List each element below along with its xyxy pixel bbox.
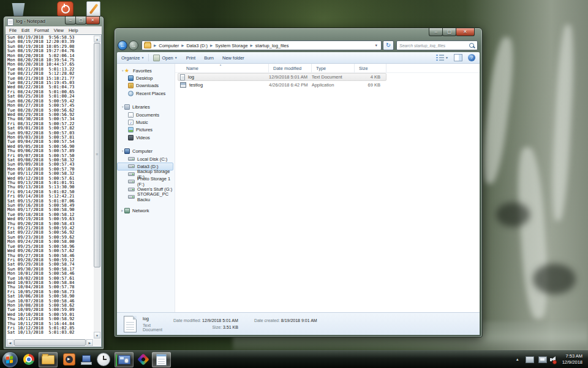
sidebar-section-network[interactable]: ▶Network xyxy=(117,207,175,214)
menu-item-format[interactable]: Format xyxy=(32,28,51,33)
taskbar-explorer-button[interactable] xyxy=(39,352,58,367)
devices-icon[interactable] xyxy=(81,355,91,364)
taskbar-notepad-button[interactable] xyxy=(152,352,171,367)
sidebar-section-label: Network xyxy=(132,208,149,213)
log-line: Sat 10/13/2018 5:01:03.02 xyxy=(7,331,93,335)
refresh-button[interactable]: ↻ xyxy=(383,40,394,50)
scroll-thumb[interactable] xyxy=(14,339,86,346)
column-header-date-modified[interactable]: Date modified xyxy=(269,64,312,72)
file-name: log xyxy=(188,74,194,80)
breadcrumb-separator-icon: ▶ xyxy=(209,44,214,47)
notepad-vertical-scrollbar[interactable]: ▲ ▼ xyxy=(94,36,100,339)
scroll-down-arrow[interactable]: ▼ xyxy=(94,332,100,339)
scroll-up-arrow[interactable]: ▲ xyxy=(94,36,100,42)
tray-network-icon[interactable] xyxy=(538,356,547,363)
burn-button[interactable]: Burn xyxy=(204,55,214,61)
notepad-text[interactable]: Sun 08/19/2018 9:56:58.53Sun 08/19/2018 … xyxy=(7,36,93,339)
sidebar-item-pictures[interactable]: Pictures xyxy=(117,126,173,134)
tray-volume-icon[interactable] xyxy=(551,356,556,362)
sidebar-item-storage-pc-backu[interactable]: STORAGE_PC Backu xyxy=(117,193,173,201)
breadcrumb-segment[interactable]: Data3 (D:) xyxy=(185,43,209,48)
address-dropdown-icon[interactable]: ▼ xyxy=(375,44,379,47)
size-value: 3.51 KB xyxy=(223,325,238,329)
breadcrumb-segment[interactable]: startup_log_files xyxy=(254,43,290,48)
tray-device-icon[interactable] xyxy=(526,356,534,363)
breadcrumb-segment[interactable]: System Storage xyxy=(214,43,249,48)
menu-item-file[interactable]: File xyxy=(7,28,19,33)
sidebar-section-computer[interactable]: ▼Computer xyxy=(117,148,175,155)
sidebar-item-label: Pictures xyxy=(136,127,153,132)
back-button[interactable]: ← xyxy=(118,40,127,50)
open-button[interactable]: Open▼ xyxy=(153,55,177,61)
sidebar-item-documents[interactable]: Documents xyxy=(117,111,173,118)
library-icon xyxy=(124,104,130,110)
sidebar-section-favorites[interactable]: ▼★Favorites xyxy=(117,67,175,74)
show-hidden-icons-button[interactable]: ▲ xyxy=(514,356,521,363)
menu-item-view[interactable]: View xyxy=(51,28,66,33)
sidebar-item-label: STORAGE_PC Backu xyxy=(137,191,173,202)
explorer-close-button[interactable]: ✕ xyxy=(456,28,475,36)
sidebar-item-local-disk-c-[interactable]: Local Disk (C:) xyxy=(117,155,173,163)
sidebar-item-label: Local Disk (C:) xyxy=(137,156,167,162)
sidebar-section-label: Favorites xyxy=(133,68,152,74)
notepad-horizontal-scrollbar[interactable]: ◀ ▶ xyxy=(7,339,93,346)
column-header-type[interactable]: Type xyxy=(312,64,355,72)
sidebar-item-music[interactable]: ♪Music xyxy=(117,118,173,126)
search-placeholder: Search startup_log_files xyxy=(399,44,469,48)
breadcrumb-separator-icon: ▶ xyxy=(180,44,185,47)
color-app-icon[interactable] xyxy=(137,353,149,366)
sidebar-section-libraries[interactable]: ▼Libraries xyxy=(117,104,175,111)
media-player-icon[interactable] xyxy=(63,353,75,366)
date-created-label: Date created: xyxy=(254,318,280,323)
address-bar[interactable]: ▶Computer▶Data3 (D:)▶System Storage▶star… xyxy=(141,40,382,50)
file-row[interactable]: testlog4/26/2018 6:42 PMApplication69 KB xyxy=(178,81,386,89)
notepad-titlebar[interactable]: log - Notepad – ▢ ✕ xyxy=(4,17,104,26)
sidebar-item-recent-places[interactable]: Recent Places xyxy=(117,90,173,97)
file-name: testlog xyxy=(189,82,203,88)
text-document-icon xyxy=(180,74,185,80)
sidebar-item-downloads[interactable]: Downloads xyxy=(117,82,173,90)
breadcrumb-separator-icon: ▶ xyxy=(249,44,254,47)
notepad-maximize-button[interactable]: ▢ xyxy=(75,17,86,25)
scroll-left-arrow[interactable]: ◀ xyxy=(7,339,13,346)
clock-gadget-icon[interactable] xyxy=(97,353,110,366)
open-icon xyxy=(153,55,160,61)
details-pane: log Text Document Date modified: 12/9/20… xyxy=(117,312,480,335)
column-header-name[interactable]: Name xyxy=(175,64,269,72)
column-header-size[interactable]: Size xyxy=(355,64,386,72)
download-icon xyxy=(128,83,134,88)
sidebar-item-label: Music xyxy=(136,120,148,125)
print-button[interactable]: Print xyxy=(186,55,195,61)
file-row[interactable]: log12/9/2018 5:01 AMText Document4 KB xyxy=(178,73,386,81)
change-view-button[interactable] xyxy=(436,55,444,61)
notepad-minimize-button[interactable]: – xyxy=(65,17,76,25)
menu-item-edit[interactable]: Edit xyxy=(19,28,32,33)
organize-button[interactable]: Organize▼ xyxy=(121,55,144,61)
chevron-down-icon[interactable]: ▼ xyxy=(445,56,448,59)
search-icon[interactable] xyxy=(469,43,474,48)
taskbar-clock[interactable]: 7:53 AM 12/9/2018 xyxy=(562,353,582,366)
preview-pane-button[interactable] xyxy=(454,54,462,61)
notes-app-icon[interactable] xyxy=(86,1,100,17)
chrome-icon[interactable] xyxy=(23,354,34,365)
explorer-minimize-button[interactable]: – xyxy=(429,28,443,36)
search-box[interactable]: Search startup_log_files xyxy=(396,40,478,50)
drive-icon xyxy=(128,157,135,161)
help-button[interactable]: ? xyxy=(468,54,475,61)
explorer-maximize-button[interactable]: ▢ xyxy=(442,28,456,36)
menu-item-help[interactable]: Help xyxy=(66,28,80,33)
sidebar-item-photo-storage-1-f-[interactable]: Photo Storage 1 (F:) xyxy=(117,178,173,185)
power-app-icon[interactable] xyxy=(57,1,74,17)
notepad-close-button[interactable]: ✕ xyxy=(86,17,100,25)
forward-button[interactable]: → xyxy=(129,40,138,50)
sidebar-item-desktop[interactable]: Desktop xyxy=(117,74,173,82)
scroll-thumb[interactable] xyxy=(94,43,100,267)
scroll-right-arrow[interactable]: ▶ xyxy=(86,339,93,346)
new-folder-button[interactable]: New folder xyxy=(222,55,244,61)
breadcrumb-segment[interactable]: Computer xyxy=(157,43,180,48)
start-button[interactable] xyxy=(2,352,18,367)
taskbar-remote-app-button[interactable] xyxy=(115,352,134,367)
sidebar-item-videos[interactable]: Videos xyxy=(117,134,173,141)
drive-icon xyxy=(128,164,135,168)
notepad-title: log - Notepad xyxy=(16,18,45,24)
